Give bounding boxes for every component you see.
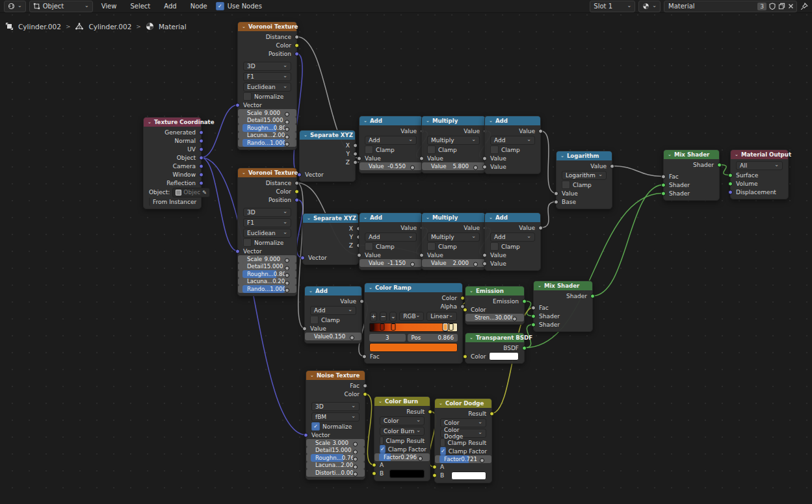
checkbox-normalize[interactable]	[243, 92, 252, 101]
node-header-mix2[interactable]: ⌄Mix Shader	[534, 281, 592, 290]
collapse-chevron-icon[interactable]: ⌄	[469, 290, 473, 293]
collapse-chevron-icon[interactable]: ⌄	[378, 400, 382, 403]
collapse-chevron-icon[interactable]: ⌄	[242, 25, 246, 29]
in-socket-factor[interactable]	[480, 459, 484, 463]
in-socket-a[interactable]	[432, 465, 437, 470]
in-socket-shader[interactable]	[661, 191, 666, 195]
in-socket-roughn[interactable]	[285, 127, 289, 132]
ramp-position-field[interactable]: Pos0.866	[408, 334, 458, 342]
dropdown-color-burn[interactable]: Color Burn⌄	[380, 427, 425, 436]
collapse-chevron-icon[interactable]: ⌄	[439, 402, 443, 405]
checkbox-clamp[interactable]	[365, 242, 373, 251]
out-socket-shader[interactable]	[717, 162, 722, 167]
ramp-stop-0[interactable]	[369, 323, 374, 331]
out-socket-position[interactable]	[295, 197, 299, 202]
node-mul_r2[interactable]: ⌄MultiplyValueMultiply⌄ClampValueValue2.…	[421, 212, 486, 270]
editor-type-button[interactable]: ⌄	[4, 1, 26, 12]
dropdown-add[interactable]: Add⌄	[490, 136, 535, 145]
node-mix2[interactable]: ⌄Mix ShaderShaderFacShaderShader	[533, 281, 593, 332]
out-socket-shader[interactable]	[590, 294, 595, 298]
in-socket-value[interactable]	[473, 262, 478, 267]
in-socket-shader[interactable]	[531, 322, 536, 327]
unlink-x-icon[interactable]	[788, 3, 794, 9]
slider-stren[interactable]: Stren...30.000	[470, 314, 512, 321]
collapse-chevron-icon[interactable]: ⌄	[426, 216, 430, 220]
checkbox-clamp[interactable]	[427, 145, 436, 154]
in-socket-rando[interactable]	[285, 288, 289, 293]
ramp-minus-button[interactable]: −	[380, 312, 387, 321]
collapse-chevron-icon[interactable]: ⌄	[735, 153, 739, 157]
slider-scale[interactable]: Scale3.000	[311, 439, 353, 447]
in-socket-scale[interactable]	[285, 258, 289, 263]
out-socket-value[interactable]	[360, 299, 364, 303]
in-socket-shader[interactable]	[531, 314, 536, 318]
dropdown-3d[interactable]: 3D⌄	[243, 208, 291, 217]
node-header-transparent[interactable]: ⌄Transparent BSDF	[465, 333, 524, 342]
collapse-chevron-icon[interactable]: ⌄	[363, 120, 367, 123]
dropdown-multiply[interactable]: Multiply⌄	[427, 136, 480, 145]
node-output[interactable]: ⌄Material OutputAll⌄SurfaceVolumeDisplac…	[730, 149, 789, 199]
breadcrumb-mesh-name[interactable]: Cylinder.002	[88, 23, 131, 31]
dropdown-f1[interactable]: F1⌄	[243, 72, 291, 81]
dropdown-color-dodge[interactable]: Color Dodge⌄	[440, 429, 486, 438]
ramp-stop-2[interactable]	[391, 323, 396, 331]
collapse-chevron-icon[interactable]: ⌄	[469, 336, 473, 340]
collapse-chevron-icon[interactable]: ⌄	[369, 286, 373, 290]
slider-detail[interactable]: Detail15.000	[242, 263, 285, 271]
dropdown-add[interactable]: Add⌄	[490, 233, 535, 242]
in-socket-value[interactable]	[302, 326, 307, 331]
slider-roughn[interactable]: Roughn...0.762	[311, 454, 353, 462]
in-socket-fac[interactable]	[531, 305, 536, 310]
slider-distorti[interactable]: Distorti...0.000	[311, 469, 353, 477]
node-add2_r2[interactable]: ⌄AddValueAdd⌄ClampValueValue	[484, 212, 541, 271]
node-header-add_r2[interactable]: ⌄Add	[360, 213, 422, 222]
in-socket-fac[interactable]	[661, 174, 666, 179]
out-socket-generated[interactable]	[199, 130, 203, 134]
material-slot-dropdown[interactable]: Slot 1 ⌄	[590, 1, 635, 12]
slider-roughn[interactable]: Roughn...0.800	[242, 270, 285, 278]
in-socket-b[interactable]	[372, 472, 376, 476]
in-socket-displacement[interactable]	[728, 190, 733, 194]
node-header-voronoi1[interactable]: ⌄Voronoi Texture	[238, 22, 296, 31]
node-header-sepxyz1[interactable]: ⌄Separate XYZ	[300, 131, 355, 140]
collapse-chevron-icon[interactable]: ⌄	[489, 120, 493, 123]
out-socket-result[interactable]	[490, 411, 494, 416]
collapse-chevron-icon[interactable]: ⌄	[538, 284, 542, 288]
slider-lacuna[interactable]: Lacuna...0.200	[242, 278, 285, 286]
in-socket-value[interactable]	[419, 253, 424, 257]
collapse-chevron-icon[interactable]: ⌄	[363, 216, 367, 220]
in-socket-value[interactable]	[473, 166, 478, 170]
dropdown-euclidean[interactable]: Euclidean⌄	[243, 229, 291, 238]
in-socket-value[interactable]	[482, 164, 487, 169]
ramp-index-field[interactable]: 3	[369, 334, 406, 342]
in-socket-base[interactable]	[554, 199, 558, 204]
dropdown-add[interactable]: Add⌄	[365, 233, 417, 242]
in-socket-rando[interactable]	[285, 142, 289, 147]
in-socket-vector[interactable]	[304, 433, 308, 437]
node-mul_r1[interactable]: ⌄MultiplyValueMultiply⌄ClampValueValue5.…	[421, 116, 486, 173]
collapse-chevron-icon[interactable]: ⌄	[310, 374, 314, 377]
node-voronoi2[interactable]: ⌄Voronoi TextureDistanceColorPosition3D⌄…	[237, 168, 297, 296]
in-socket-b[interactable]	[432, 473, 437, 478]
in-socket-factor[interactable]	[418, 457, 423, 461]
collapse-chevron-icon[interactable]: ⌄	[489, 216, 493, 220]
slider-rando[interactable]: Rando...1.000	[242, 285, 285, 293]
slider-scale[interactable]: Scale9.000	[242, 255, 285, 263]
node-header-add2_r1[interactable]: ⌄Add	[485, 116, 540, 125]
ramp-stop-4[interactable]	[449, 323, 453, 331]
slider-value[interactable]: Value2.000	[426, 259, 473, 267]
out-socket-z[interactable]	[353, 160, 358, 164]
node-header-add_r1[interactable]: ⌄Add	[360, 116, 422, 125]
collapse-chevron-icon[interactable]: ⌄	[242, 171, 246, 175]
color-ramp-gradient[interactable]	[369, 323, 458, 332]
node-emission[interactable]: ⌄EmissionEmissionColorStren...30.000	[465, 286, 525, 325]
checkbox-clamp[interactable]	[562, 181, 570, 189]
checkbox-from-instancer[interactable]	[149, 197, 150, 206]
slider-value[interactable]: Value-0.550	[364, 162, 410, 170]
node-add_r2[interactable]: ⌄AddValueAdd⌄ClampValueValue-1.150	[359, 212, 423, 270]
ramp-plus-button[interactable]: +	[370, 312, 377, 321]
in-socket-stren[interactable]	[512, 317, 517, 321]
collapse-chevron-icon[interactable]: ⌄	[426, 120, 430, 123]
slider-detail[interactable]: Detail15.000	[242, 117, 285, 125]
out-socket-reflection[interactable]	[199, 181, 203, 185]
